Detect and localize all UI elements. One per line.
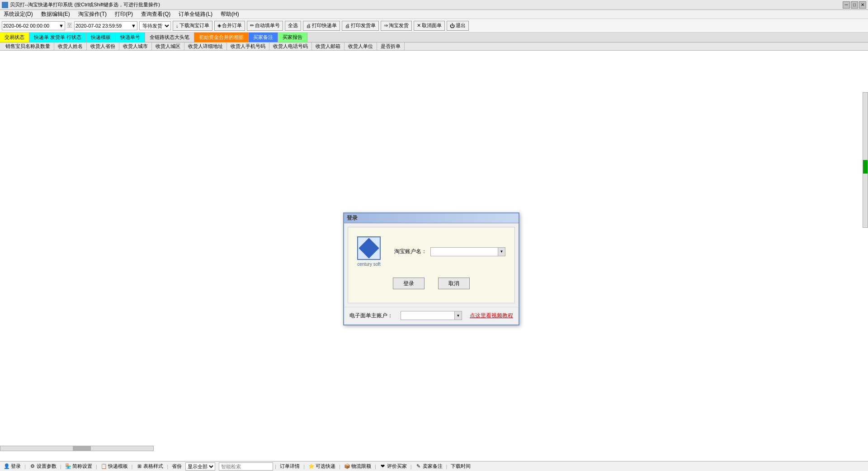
dialog-footer: 电子面单主账户： ▼ 点这里看视频教程: [344, 307, 519, 325]
select-all-button[interactable]: 全选: [285, 21, 301, 31]
ship-icon: ⇒: [384, 23, 388, 28]
show-all-dropdown[interactable]: 显示全部: [185, 462, 215, 471]
account-form-row: 淘宝账户名： ▼: [394, 247, 505, 256]
seller-note-icon: ✎: [415, 463, 422, 470]
exit-button[interactable]: ⏻ 退出: [447, 21, 469, 31]
table-icon: ⊞: [136, 463, 142, 470]
col-company: 收货人单位: [344, 42, 377, 50]
menu-query[interactable]: 查询查看(Q): [139, 10, 172, 18]
minimize-button[interactable]: ─: [843, 1, 850, 9]
cancel-order-button[interactable]: ✕ 取消面单: [414, 21, 445, 31]
tab-bar: 交易状态 快递单 发货单 行状态 快递模板 快递单号 全链路状态大头笔 初始资金…: [0, 33, 868, 42]
statusbar-rating[interactable]: ❤ 评价买家: [378, 463, 409, 470]
diamond-shape: [359, 238, 379, 258]
scrollbar-thumb[interactable]: [863, 160, 868, 174]
dialog-overlay: 登录 century soft 淘宝账户名： ▼: [0, 92, 863, 446]
limit-icon: 📦: [344, 463, 350, 470]
tab-fund-merge[interactable]: 初始资金合并的相据: [194, 33, 249, 42]
menu-print[interactable]: 打印(P): [113, 10, 135, 18]
statusbar-seller-note[interactable]: ✎ 卖家备注: [414, 463, 444, 470]
title-bar: 贝贝打--淘宝快递单打印系统 (按Ctrl或Shift键多选，可进行批量操作) …: [0, 0, 868, 10]
statusbar-order-detail[interactable]: 订单详情: [278, 463, 302, 470]
col-split: 是否折单: [377, 42, 405, 50]
app-icon: [2, 2, 8, 8]
h-scrollbar-thumb[interactable]: [73, 446, 91, 451]
taobao-ship-button[interactable]: ⇒ 淘宝发货: [381, 21, 412, 31]
exit-icon: ⏻: [450, 23, 455, 28]
account-input[interactable]: [430, 247, 498, 256]
statusbar-download-time[interactable]: 下载时间: [449, 463, 472, 470]
logo-text: century soft: [357, 262, 381, 267]
date-to[interactable]: 2020-07-02 23:59:59 ▼: [74, 21, 137, 30]
statusbar-template-label: 快递模板: [108, 463, 128, 470]
tab-chain-status[interactable]: 全链路状态大头笔: [145, 33, 194, 42]
menu-bar: 系统设定(D) 数据编辑(E) 淘宝操作(T) 打印(P) 查询查看(Q) 订单…: [0, 10, 868, 19]
tab-buyer-note[interactable]: 买家备注: [249, 33, 278, 42]
rating-icon: ❤: [380, 463, 386, 470]
dialog-body: century soft 淘宝账户名： ▼ 登录 取消: [348, 227, 515, 303]
statusbar-settings-label: 设置参数: [37, 463, 57, 470]
menu-chain[interactable]: 订单全链路(L): [177, 10, 214, 18]
statusbar-login[interactable]: 👤 登录: [2, 463, 23, 470]
account-label: 淘宝账户名：: [394, 248, 427, 255]
horizontal-scrollbar[interactable]: [0, 446, 154, 451]
print-waybill-button[interactable]: 🖨 打印发货单: [342, 21, 379, 31]
date-range: 2020-06-02 00:00:00 ▼ 至 2020-07-02 23:59…: [2, 21, 137, 30]
print2-icon: 🖨: [345, 23, 350, 28]
tab-trade-status[interactable]: 交易状态: [0, 33, 29, 42]
statusbar-template[interactable]: 📋 快递模板: [99, 463, 130, 470]
col-mobile: 收货人手机号码: [227, 42, 269, 50]
download-orders-button[interactable]: ↓ 下载淘宝订单: [173, 21, 212, 31]
col-product: 销售宝贝名称及数量: [2, 42, 54, 50]
logo-diamond: [357, 236, 381, 260]
col-district: 收货人城区: [152, 42, 184, 50]
video-tutorial-link[interactable]: 点这里看视频教程: [470, 312, 513, 320]
auto-icon: ✏: [250, 23, 254, 28]
print-icon: 🖨: [306, 23, 311, 28]
menu-data[interactable]: 数据编辑(E): [39, 10, 72, 18]
toolbar: 2020-06-02 00:00:00 ▼ 至 2020-07-02 23:59…: [0, 19, 868, 33]
vertical-scrollbar[interactable]: [863, 92, 868, 228]
login-dialog: 登录 century soft 淘宝账户名： ▼: [343, 212, 519, 325]
merge-icon: ◈: [217, 23, 221, 28]
statusbar-province: 省份: [170, 463, 184, 470]
shop-icon: 🏪: [65, 463, 71, 470]
tab-buyer-report[interactable]: 买家报告: [278, 33, 307, 42]
window-title: 贝贝打--淘宝快递单打印系统 (按Ctrl或Shift键多选，可进行批量操作): [10, 1, 160, 8]
elec-label: 电子面单主账户：: [349, 312, 393, 320]
date-from[interactable]: 2020-06-02 00:00:00 ▼: [2, 21, 65, 30]
col-province: 收货人省份: [87, 42, 119, 50]
dialog-title-bar: 登录: [344, 213, 519, 223]
cancel-button[interactable]: 取消: [438, 278, 470, 289]
maximize-button[interactable]: □: [851, 1, 858, 9]
cancel-icon: ✕: [417, 23, 421, 28]
template-icon: 📋: [101, 463, 107, 470]
statusbar-login-label: 登录: [11, 463, 21, 470]
statusbar-limit[interactable]: 📦 物流限额: [342, 463, 373, 470]
tab-express-status[interactable]: 快递单 发货单 行状态: [29, 33, 86, 42]
login-button[interactable]: 登录: [393, 278, 425, 289]
account-dropdown-button[interactable]: ▼: [498, 247, 505, 256]
merge-orders-button[interactable]: ◈ 合并订单: [214, 21, 245, 31]
statusbar-table-label: 表格样式: [143, 463, 163, 470]
col-receiver-name: 收货人姓名: [54, 42, 87, 50]
menu-taobao[interactable]: 淘宝操作(T): [76, 10, 108, 18]
menu-system[interactable]: 系统设定(D): [2, 10, 35, 18]
login-icon: 👤: [4, 463, 10, 470]
search-input[interactable]: [219, 462, 273, 471]
print-express-button[interactable]: 🖨 打印快递单: [303, 21, 340, 31]
statusbar-table-style[interactable]: ⊞ 表格样式: [134, 463, 165, 470]
tab-express-template[interactable]: 快递模板: [86, 33, 116, 42]
elec-input[interactable]: [401, 311, 455, 320]
close-button[interactable]: ✕: [859, 1, 866, 9]
menu-help[interactable]: 帮助(H): [219, 10, 241, 18]
status-dropdown[interactable]: 等待发货: [139, 21, 171, 30]
statusbar-settings[interactable]: ⚙ 设置参数: [28, 463, 58, 470]
statusbar-express[interactable]: ⭐ 可选快递: [307, 463, 337, 470]
statusbar-shop[interactable]: 🏪 简称设置: [63, 463, 94, 470]
tab-express-number[interactable]: 快递单号: [116, 33, 145, 42]
col-city: 收货人城市: [119, 42, 152, 50]
elec-dropdown-button[interactable]: ▼: [455, 311, 462, 320]
auto-number-button[interactable]: ✏ 自动填单号: [247, 21, 283, 31]
dialog-buttons: 登录 取消: [357, 278, 505, 294]
